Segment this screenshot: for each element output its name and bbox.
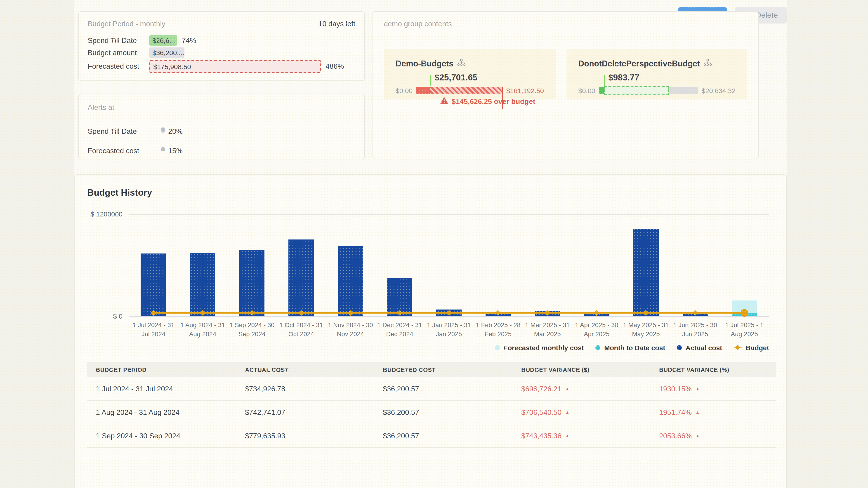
x-axis-label: 1 May 2025 - 31 May 2025 bbox=[621, 321, 671, 338]
table-header-cell: BUDGETED COST bbox=[374, 366, 513, 373]
x-axis-label: 1 Nov 2024 - 30 Nov 2024 bbox=[326, 321, 375, 338]
legend-label: Forecasted monthly cost bbox=[504, 344, 584, 352]
budget-marker-current[interactable] bbox=[741, 309, 748, 317]
table-cell: 1951.74%▲ bbox=[651, 408, 776, 416]
actual-cost-bar[interactable] bbox=[141, 254, 166, 316]
table-cell: $743,435.36▲ bbox=[513, 432, 651, 440]
table-cell: $36,200.57 bbox=[374, 432, 513, 440]
table-row: 1 Aug 2024 - 31 Aug 2024$742,741.07$36,2… bbox=[87, 401, 776, 424]
table-cell: 1930.15%▲ bbox=[651, 385, 776, 393]
budget-history-table: BUDGET PERIODACTUAL COSTBUDGETED COSTBUD… bbox=[87, 362, 776, 448]
forecasted-cost-chip: $175,908.50 bbox=[149, 60, 321, 73]
bar-max-label: $161,192.50 bbox=[506, 87, 544, 94]
actual-cost-bar[interactable] bbox=[288, 239, 314, 316]
budget-current-value: $25,701.65 bbox=[434, 73, 477, 83]
budget-item-name: DonotDeletePerspectiveBudget bbox=[578, 59, 700, 68]
variance-up-icon: ▲ bbox=[565, 410, 569, 415]
alert-forecast-value: 15% bbox=[168, 147, 183, 155]
x-axis-label: 1 Apr 2025 - 30 Apr 2025 bbox=[572, 321, 621, 338]
org-chart-icon bbox=[457, 59, 466, 69]
table-row: 1 Sep 2024 - 30 Sep 2024$779,635.93$36,2… bbox=[87, 424, 776, 448]
legend-item[interactable]: Forecasted monthly cost bbox=[495, 344, 584, 352]
variance-up-icon: ▲ bbox=[695, 410, 700, 415]
app-stage: demo Edit Delete Budget Period - monthly… bbox=[0, 0, 868, 488]
budget-item-donotdelete[interactable]: DonotDeletePerspectiveBudget $0.00 $983.… bbox=[566, 49, 747, 99]
budget-current-value: $983.77 bbox=[608, 73, 639, 83]
table-header-row: BUDGET PERIODACTUAL COSTBUDGETED COSTBUD… bbox=[87, 362, 776, 377]
gridline-top bbox=[129, 214, 769, 215]
bell-icon bbox=[160, 147, 166, 155]
x-axis-label: 1 Jun 2025 - 30 Jun 2025 bbox=[671, 321, 720, 338]
days-left: 10 days left bbox=[318, 20, 355, 28]
budget-amount-chip: $36,200.... bbox=[149, 47, 184, 58]
legend-label: Actual cost bbox=[686, 344, 722, 352]
legend-dot bbox=[677, 345, 682, 350]
table-cell: 1 Aug 2024 - 31 Aug 2024 bbox=[87, 408, 237, 416]
alerts-title: Alerts at bbox=[88, 103, 355, 111]
table-cell: 1 Sep 2024 - 30 Sep 2024 bbox=[87, 432, 237, 440]
legend-label: Month to Date cost bbox=[604, 344, 665, 352]
budget-item-name: Demo-Budgets bbox=[396, 59, 454, 68]
variance-up-icon: ▲ bbox=[695, 386, 700, 391]
budget-amount-row: Budget amount $36,200.... bbox=[88, 46, 355, 59]
forecast-zone bbox=[604, 86, 669, 95]
legend-dot bbox=[596, 345, 600, 350]
content-column: demo Edit Delete Budget Period - monthly… bbox=[74, 0, 786, 488]
table-header-cell: ACTUAL COST bbox=[237, 366, 374, 373]
x-axis-label: 1 Jul 2024 - 31 Jul 2024 bbox=[129, 321, 178, 338]
chart-legend: Forecasted monthly costMonth to Date cos… bbox=[129, 344, 769, 352]
actual-cost-bar[interactable] bbox=[633, 229, 658, 316]
table-body: 1 Jul 2024 - 31 Jul 2024$734,926.78$36,2… bbox=[87, 377, 776, 448]
warning-icon bbox=[440, 97, 448, 106]
actual-cost-bar[interactable] bbox=[239, 250, 265, 316]
spend-percent: 74% bbox=[182, 36, 196, 44]
group-contents-title: demo group contents bbox=[384, 20, 747, 28]
bar-min-label: $0.00 bbox=[396, 87, 412, 94]
spend-tick bbox=[604, 75, 604, 86]
legend-dot bbox=[495, 345, 500, 350]
budget-history-chart: $ 1200000 $ 0 bbox=[129, 214, 769, 317]
actual-cost-bar[interactable] bbox=[338, 246, 363, 316]
group-contents-card: demo group contents Demo-Budgets $0.00 bbox=[373, 11, 758, 159]
table-cell: 1 Jul 2024 - 31 Jul 2024 bbox=[87, 385, 237, 393]
x-axis-label: 1 Dec 2024 - 31 Dec 2024 bbox=[375, 321, 424, 338]
bar-min-label: $0.00 bbox=[578, 87, 595, 94]
alert-spend-value: 20% bbox=[168, 127, 183, 135]
gridline-mid bbox=[129, 265, 769, 265]
x-axis-label: 1 Jul 2025 - 1 Aug 2025 bbox=[720, 321, 769, 338]
spend-chip: $26,6... bbox=[149, 35, 177, 46]
x-axis-label: 1 Feb 2025 - 28 Feb 2025 bbox=[473, 321, 523, 338]
spend-tick bbox=[430, 75, 431, 86]
delete-button-label: Delete bbox=[756, 11, 778, 20]
table-cell: $706,540.50▲ bbox=[513, 408, 651, 416]
table-cell: $734,926.78 bbox=[237, 385, 374, 393]
over-budget-note: $145,626.25 over budget bbox=[440, 97, 535, 106]
x-axis-label: 1 Sep 2024 - 30 Sep 2024 bbox=[227, 321, 277, 338]
over-budget-bar bbox=[416, 87, 502, 94]
alert-row-spend: Spend Till Date 20% bbox=[88, 122, 355, 141]
table-row: 1 Jul 2024 - 31 Jul 2024$734,926.78$36,2… bbox=[87, 377, 776, 401]
x-axis-labels: 1 Jul 2024 - 31 Jul 20241 Aug 2024 - 31 … bbox=[129, 317, 769, 338]
legend-item[interactable]: Month to Date cost bbox=[596, 344, 665, 352]
alerts-card: Alerts at Spend Till Date 20% Forecasted… bbox=[78, 95, 365, 159]
x-axis-label: 1 Mar 2025 - 31 Mar 2025 bbox=[523, 321, 572, 338]
alert-row-forecast: Forecasted cost 15% bbox=[88, 141, 355, 160]
actual-cost-bar[interactable] bbox=[190, 253, 215, 316]
table-cell: $779,635.93 bbox=[237, 432, 374, 440]
bell-icon bbox=[160, 127, 166, 135]
variance-up-icon: ▲ bbox=[695, 433, 700, 438]
table-cell: $698,726.21▲ bbox=[513, 385, 651, 393]
legend-item[interactable]: Budget bbox=[734, 344, 769, 352]
table-header-cell: BUDGET PERIOD bbox=[87, 366, 237, 373]
budget-item-demo-budgets[interactable]: Demo-Budgets $0.00 $25,701.65 bbox=[384, 49, 556, 99]
within-budget-bar bbox=[599, 87, 698, 94]
x-axis-label: 1 Aug 2024 - 31 Aug 2024 bbox=[178, 321, 227, 338]
budget-history-card: Budget History $ 1200000 $ 0 1 Jul 2024 … bbox=[74, 174, 786, 488]
variance-up-icon: ▲ bbox=[565, 386, 569, 391]
spend-till-date-row: Spend Till Date $26,6... 74% bbox=[88, 34, 355, 46]
variance-up-icon: ▲ bbox=[565, 433, 569, 438]
y-axis-label-zero: $ 0 bbox=[113, 312, 123, 320]
budget-period-title: Budget Period - monthly bbox=[88, 20, 165, 28]
legend-item[interactable]: Actual cost bbox=[677, 344, 722, 352]
table-header-cell: BUDGET VARIANCE (%) bbox=[651, 366, 776, 373]
